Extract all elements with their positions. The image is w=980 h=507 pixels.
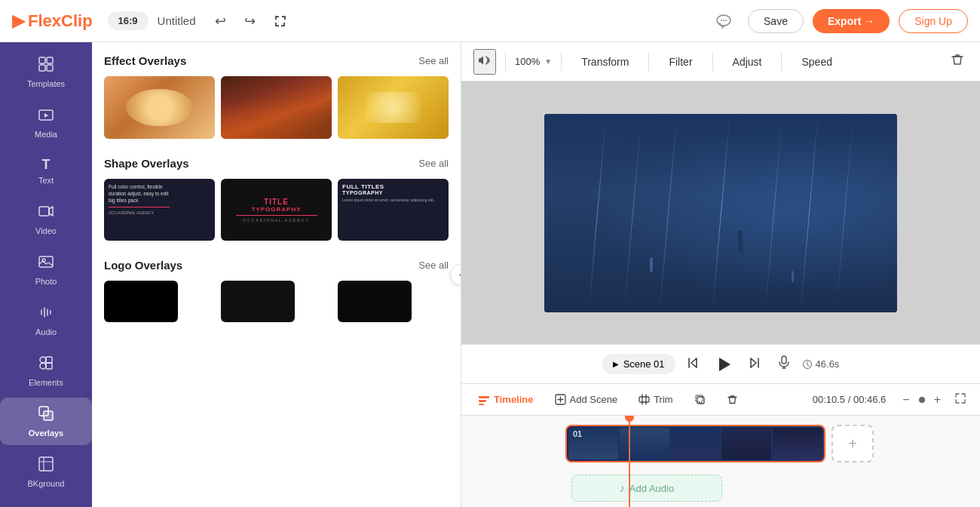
zoom-controls: − +: [898, 391, 971, 408]
add-scene-button[interactable]: Add Scene: [547, 389, 626, 410]
trim-button[interactable]: Trim: [631, 389, 681, 410]
logo-overlays-see-all[interactable]: See all: [418, 260, 449, 271]
add-scene-track-button[interactable]: +: [831, 425, 874, 462]
play-small-icon: ▶: [613, 360, 619, 368]
toolbar-divider-2: [561, 53, 562, 71]
sidebar-label-media: Media: [35, 130, 57, 139]
logo-icon: ▶: [12, 11, 25, 31]
delete-clip-button[interactable]: [947, 49, 968, 74]
sidebar-item-bkground[interactable]: BKground: [0, 448, 92, 496]
add-audio-button[interactable]: ♪ Add Audio: [571, 475, 722, 502]
effect-overlays-title: Effect Overlays: [104, 54, 186, 67]
effect-overlays-section: Effect Overlays See all: [92, 42, 461, 145]
audio-icon: [38, 304, 54, 324]
overlays-icon: [38, 405, 54, 426]
sidebar-label-elements: Elements: [29, 378, 63, 387]
frame-3: [671, 428, 721, 459]
shape-overlays-header: Shape Overlays See all: [104, 157, 449, 170]
shape-overlays-see-all[interactable]: See all: [418, 158, 449, 169]
logo-overlay-3[interactable]: [338, 281, 412, 322]
volume-control[interactable]: 100% ▼: [515, 56, 552, 67]
frame-5: [773, 428, 822, 459]
effect-overlays-see-all[interactable]: See all: [418, 55, 449, 66]
sidebar-item-templates[interactable]: Templates: [0, 48, 92, 96]
toolbar-divider-5: [781, 53, 782, 71]
export-button[interactable]: Export →: [813, 9, 890, 33]
sidebar-item-audio[interactable]: Audio: [0, 297, 92, 344]
shape-overlay-3[interactable]: FULL TITLES TYPOGRAPHY Lorem ipsum dolor…: [338, 179, 449, 241]
svg-point-14: [40, 363, 46, 369]
timeline-tab-label: Timeline: [494, 394, 534, 405]
timeline-toolbar: Timeline Add Scene Trim 00:10.5 / 00:46.…: [461, 384, 980, 416]
fullscreen-button[interactable]: [269, 10, 292, 32]
timeline-tab-button[interactable]: Timeline: [470, 389, 541, 410]
toolbar-divider-3: [648, 53, 649, 71]
effect-overlay-1[interactable]: [104, 76, 215, 139]
sidebar-item-overlays[interactable]: Overlays: [0, 398, 92, 445]
logo-overlays-title: Logo Overlays: [104, 259, 182, 272]
sidebar-item-photo[interactable]: Photo: [0, 246, 92, 293]
shape-overlay-2[interactable]: TITLE TYPOGRAPHY OCCASIONAL AGENCY: [221, 179, 332, 241]
video-preview-area: [461, 81, 980, 344]
video-track-row: 01 +: [467, 422, 974, 466]
shape-overlays-section: Shape Overlays See all Full color contro…: [92, 145, 461, 247]
photo-icon: [38, 254, 54, 274]
microphone-button[interactable]: [772, 350, 796, 378]
sidebar-item-branding[interactable]: Branding: [0, 499, 92, 507]
delete-track-button[interactable]: [719, 389, 746, 410]
next-button[interactable]: [743, 352, 766, 377]
svg-point-12: [40, 357, 46, 363]
filter-button[interactable]: Filter: [658, 51, 703, 72]
transform-button[interactable]: Transform: [571, 51, 639, 72]
volume-percent: 100%: [515, 56, 540, 67]
svg-point-1: [721, 20, 722, 21]
volume-button[interactable]: [473, 49, 496, 75]
video-icon: [38, 203, 54, 223]
undo-button[interactable]: ↩: [210, 8, 231, 34]
sidebar-label-templates: Templates: [27, 79, 65, 88]
shape-overlay-1[interactable]: Full color control, flexible duration ad…: [104, 179, 215, 241]
play-button[interactable]: [710, 351, 737, 378]
save-button[interactable]: Save: [748, 9, 804, 33]
scene-badge-button[interactable]: ▶ Scene 01: [602, 354, 675, 374]
previous-button[interactable]: [681, 352, 704, 377]
signup-button[interactable]: Sign Up: [899, 9, 968, 33]
sidebar-item-text[interactable]: T Text: [0, 149, 92, 192]
add-audio-label: Add Audio: [629, 483, 674, 494]
zoom-out-button[interactable]: −: [898, 392, 914, 408]
video-track-frames: [567, 426, 824, 461]
sidebar-item-video[interactable]: Video: [0, 195, 92, 243]
speed-button[interactable]: Speed: [791, 51, 842, 72]
duplicate-button[interactable]: [687, 389, 713, 410]
svg-point-3: [725, 20, 727, 21]
logo-overlays-header: Logo Overlays See all: [104, 259, 449, 272]
logo-overlay-1[interactable]: [104, 281, 178, 322]
sidebar-item-media[interactable]: Media: [0, 99, 92, 146]
svg-rect-25: [639, 397, 649, 402]
expand-timeline-button[interactable]: [950, 391, 971, 408]
zoom-in-button[interactable]: +: [929, 392, 945, 408]
svg-rect-15: [46, 363, 52, 369]
video-track-clip[interactable]: 01: [565, 425, 825, 462]
redo-button[interactable]: ↪: [240, 8, 260, 34]
project-title[interactable]: Untitled: [158, 14, 196, 27]
zoom-indicator: [919, 397, 925, 403]
svg-rect-23: [479, 404, 484, 405]
sidebar-item-elements[interactable]: Elements: [0, 347, 92, 395]
audio-track-row: ♪ Add Audio: [467, 469, 974, 507]
duration-value: 46.6s: [816, 358, 840, 370]
sidebar-label-photo: Photo: [35, 277, 57, 286]
effect-overlay-2[interactable]: [221, 76, 332, 139]
svg-rect-17: [44, 411, 53, 420]
aspect-ratio-badge[interactable]: 16:9: [108, 11, 149, 30]
logo-overlay-2[interactable]: [221, 281, 295, 322]
adjust-button[interactable]: Adjust: [722, 51, 773, 72]
effect-overlay-3[interactable]: [338, 76, 449, 139]
svg-rect-5: [47, 57, 53, 63]
shape-overlays-title: Shape Overlays: [104, 157, 189, 170]
duration-display: 46.6s: [802, 358, 840, 370]
app-logo: ▶ FlexClip: [12, 11, 93, 31]
logo-overlays-section: Logo Overlays See all: [92, 247, 461, 328]
chat-button[interactable]: [709, 6, 739, 36]
bkground-icon: [38, 456, 54, 476]
